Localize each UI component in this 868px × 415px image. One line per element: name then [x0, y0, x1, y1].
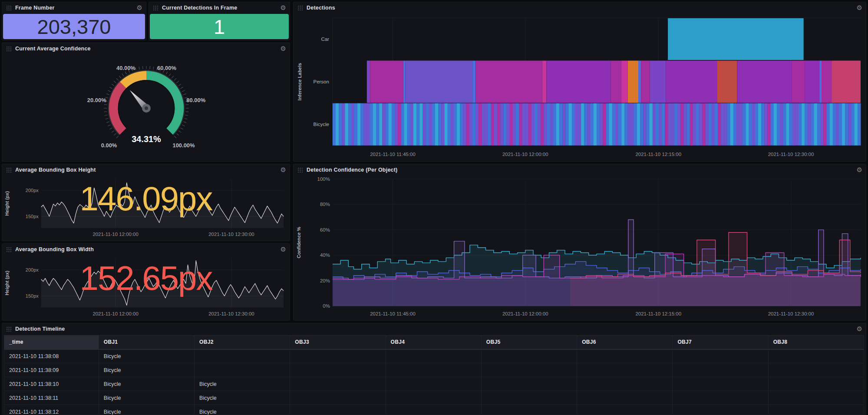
table-cell: [386, 349, 481, 363]
table-cell: [768, 349, 864, 363]
detection-timeline-grid: _timeOBJ1OBJ2OBJ3OBJ4OBJ5OBJ6OBJ7OBJ8202…: [4, 335, 864, 415]
table-row: 2021-11-10 11:38:10BicycleBicycle: [4, 377, 864, 391]
table-cell: [481, 363, 577, 377]
svg-text:40.00%: 40.00%: [116, 65, 135, 71]
table-cell: Bicycle: [99, 377, 194, 391]
panel-title: Detection Timeline: [15, 326, 65, 332]
panel-header: Average Bounding Box Width ⚙: [2, 244, 290, 255]
drag-handle-icon[interactable]: [6, 326, 12, 332]
confidence-gauge[interactable]: 0.00%20.00%40.00%60.00%80.00%100.00%34.3…: [2, 54, 290, 161]
gear-icon[interactable]: ⚙: [857, 166, 862, 173]
svg-text:2021-11-10 12:15:00: 2021-11-10 12:15:00: [635, 152, 681, 157]
column-header-OBJ7[interactable]: OBJ7: [673, 335, 768, 349]
table-cell: [195, 363, 290, 377]
gear-icon[interactable]: ⚙: [857, 4, 862, 11]
column-header-OBJ5[interactable]: OBJ5: [481, 335, 577, 349]
svg-text:Inference Labels: Inference Labels: [297, 63, 302, 100]
panel-current-detections: Current Detections In Frame ⚙ 1: [149, 2, 290, 40]
gear-icon[interactable]: ⚙: [281, 166, 286, 173]
svg-text:100.00%: 100.00%: [172, 142, 195, 149]
bbox-height-chart[interactable]: 150px200px2021-11-10 12:00:002021-11-10 …: [2, 176, 290, 241]
svg-text:2021-11-10 12:15:00: 2021-11-10 12:15:00: [635, 311, 681, 316]
panel-header: Frame Number ⚙: [2, 2, 146, 13]
table-cell: [290, 391, 386, 405]
gear-icon[interactable]: ⚙: [281, 45, 286, 52]
table-row: 2021-11-10 11:38:12BicycleBicycle: [4, 405, 864, 415]
table-row: 2021-11-10 11:38:08Bicycle: [4, 349, 864, 363]
svg-text:34.31%: 34.31%: [132, 134, 161, 144]
table-cell: Bicycle: [99, 363, 194, 377]
panel-header: Detections ⚙: [294, 2, 866, 13]
panel-average-confidence: Current Average Confidence ⚙ 0.00%20.00%…: [2, 43, 290, 162]
confidence-step-chart[interactable]: 0%20%40%60%80%100%2021-11-10 11:45:00202…: [294, 176, 866, 320]
table-cell: [577, 405, 673, 415]
detections-state-timeline[interactable]: CarPersonBicycle2021-11-10 11:45:002021-…: [294, 13, 866, 161]
column-header-OBJ4[interactable]: OBJ4: [386, 335, 481, 349]
svg-text:Bicycle: Bicycle: [314, 122, 329, 127]
table-cell: [673, 349, 768, 363]
svg-text:2021-11-10 12:30:00: 2021-11-10 12:30:00: [208, 232, 254, 237]
svg-text:2021-11-10 12:00:00: 2021-11-10 12:00:00: [92, 232, 138, 237]
table-cell: [673, 405, 768, 415]
svg-text:80.00%: 80.00%: [186, 97, 205, 103]
table-cell: [768, 377, 864, 391]
drag-handle-icon[interactable]: [297, 167, 303, 173]
table-cell: [386, 391, 481, 405]
drag-handle-icon[interactable]: [6, 5, 12, 11]
table-cell: [768, 363, 864, 377]
svg-text:Car: Car: [321, 37, 329, 42]
panel-bbox-width: Average Bounding Box Width ⚙ 150px200px2…: [2, 243, 290, 321]
table-cell: [195, 349, 290, 363]
table-cell: [481, 405, 577, 415]
column-header-OBJ6[interactable]: OBJ6: [577, 335, 673, 349]
column-header-time[interactable]: _time: [4, 335, 99, 349]
drag-handle-icon[interactable]: [153, 5, 158, 11]
svg-text:60.00%: 60.00%: [157, 65, 176, 71]
table-cell: [290, 405, 386, 415]
gear-icon[interactable]: ⚙: [281, 246, 286, 253]
table-cell: [481, 349, 577, 363]
svg-text:150px: 150px: [26, 214, 39, 219]
table-cell: 2021-11-10 11:38:10: [4, 377, 99, 391]
drag-handle-icon[interactable]: [6, 46, 12, 52]
detection-timeline-table: _timeOBJ1OBJ2OBJ3OBJ4OBJ5OBJ6OBJ7OBJ8202…: [2, 335, 866, 415]
svg-text:2021-11-10 12:30:00: 2021-11-10 12:30:00: [208, 311, 254, 316]
panel-title: Current Detections In Frame: [162, 5, 238, 11]
column-header-OBJ8[interactable]: OBJ8: [768, 335, 864, 349]
bbox-width-chart[interactable]: 150px200px2021-11-10 12:00:002021-11-10 …: [2, 255, 290, 320]
drag-handle-icon[interactable]: [6, 167, 12, 173]
svg-text:2021-11-10 12:00:00: 2021-11-10 12:00:00: [92, 311, 138, 316]
svg-text:100%: 100%: [317, 176, 330, 182]
svg-text:Height (px): Height (px): [4, 270, 10, 295]
table-cell: Bicycle: [99, 405, 194, 415]
panel-detection-confidence: Detection Confidence (Per Object) ⚙ 0%20…: [293, 164, 866, 321]
table-cell: [481, 377, 577, 391]
column-header-OBJ1[interactable]: OBJ1: [99, 335, 194, 349]
svg-text:20%: 20%: [320, 278, 330, 283]
svg-text:2021-11-10 12:30:00: 2021-11-10 12:30:00: [768, 152, 814, 157]
gear-icon[interactable]: ⚙: [281, 4, 286, 11]
svg-text:80%: 80%: [320, 202, 330, 207]
table-cell: [673, 391, 768, 405]
drag-handle-icon[interactable]: [6, 247, 12, 252]
gear-icon[interactable]: ⚙: [137, 4, 142, 11]
column-header-OBJ3[interactable]: OBJ3: [290, 335, 386, 349]
column-header-OBJ2[interactable]: OBJ2: [195, 335, 290, 349]
panel-title: Current Average Confidence: [15, 46, 91, 52]
table-cell: Bicycle: [99, 349, 194, 363]
frame-number-value: 203,370: [3, 14, 145, 39]
table-cell: [577, 363, 673, 377]
svg-text:40%: 40%: [320, 252, 330, 258]
gear-icon[interactable]: ⚙: [857, 325, 862, 332]
drag-handle-icon[interactable]: [297, 5, 303, 11]
table-cell: [386, 377, 481, 391]
panel-bbox-height: Average Bounding Box Height ⚙ 150px200px…: [2, 164, 290, 241]
table-cell: [290, 363, 386, 377]
svg-text:2021-11-10 12:00:00: 2021-11-10 12:00:00: [502, 152, 548, 157]
panel-detection-timeline: Detection Timeline ⚙ _timeOBJ1OBJ2OBJ3OB…: [2, 323, 866, 415]
table-cell: [386, 405, 481, 415]
table-cell: [386, 363, 481, 377]
panel-header: Current Average Confidence ⚙: [2, 43, 290, 54]
table-cell: [290, 349, 386, 363]
table-cell: Bicycle: [195, 405, 290, 415]
